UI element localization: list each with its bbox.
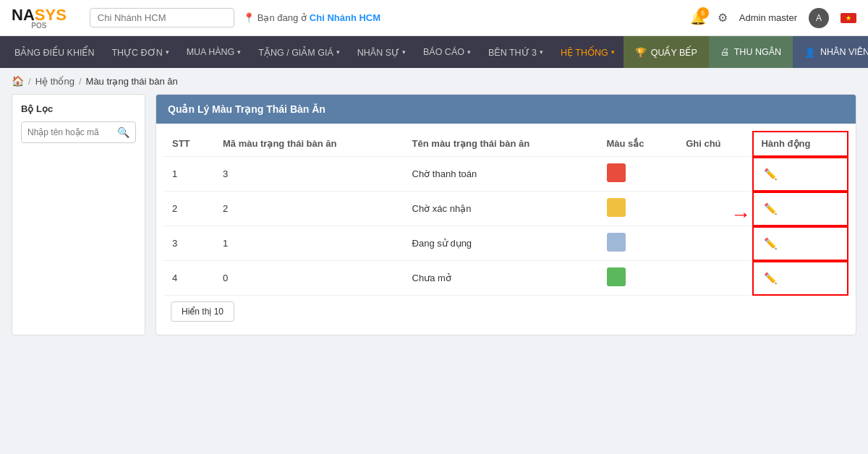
notification-bell[interactable]: 🔔 6 xyxy=(690,10,706,26)
cell-mau xyxy=(598,157,678,192)
content-area: Bộ Lọc 🔍 Quản Lý Màu Trạng Thái Bàn Ăn →… xyxy=(0,94,868,347)
cell-ma: 0 xyxy=(214,261,404,296)
chevron-down-icon: ▾ xyxy=(540,48,543,56)
color-swatch xyxy=(607,198,626,217)
main-section: Quản Lý Màu Trạng Thái Bàn Ăn → STT Mã m… xyxy=(156,94,856,335)
cell-ten: Chưa mở xyxy=(404,261,598,296)
breadcrumb-system[interactable]: Hệ thống xyxy=(35,76,75,87)
breadcrumb: 🏠 / Hệ thống / Màu trạng thái bàn ăn xyxy=(0,68,868,94)
col-header-ma: Mã màu trạng thái bàn ăn xyxy=(214,131,404,157)
edit-button[interactable]: ✏️ xyxy=(761,201,780,217)
avatar[interactable]: A xyxy=(809,8,829,28)
filter-input-wrap: 🔍 xyxy=(21,121,136,143)
cell-stt: 3 xyxy=(163,226,214,261)
cell-mau xyxy=(598,192,678,226)
cell-mau xyxy=(598,226,678,261)
section-header: Quản Lý Màu Trạng Thái Bàn Ăn xyxy=(156,95,856,124)
nav-item-purchase[interactable]: MUA HÀNG ▾ xyxy=(178,36,250,68)
branch-name: Chi Nhánh HCM xyxy=(310,12,380,23)
table-row: 1 3 Chờ thanh toán ✏️ xyxy=(163,157,848,192)
cell-hanh-dong: ✏️ xyxy=(752,157,848,192)
edit-button[interactable]: ✏️ xyxy=(761,236,780,252)
nav-item-menu[interactable]: THỰC ĐƠN ▾ xyxy=(103,36,177,68)
table-row: 3 1 Đang sử dụng ✏️ xyxy=(163,226,848,261)
notification-count: 6 xyxy=(697,7,709,19)
nav-item-staff[interactable]: NHÂN SỰ ▾ xyxy=(349,36,414,68)
col-header-stt: STT xyxy=(163,131,214,157)
nav-item-system[interactable]: HỆ THỐNG ▾ xyxy=(552,36,624,68)
cashier-button[interactable]: 🖨 THU NGÂN xyxy=(709,36,793,68)
col-header-mau: Màu sắc xyxy=(598,131,678,157)
nav-item-dashboard[interactable]: BẢNG ĐIỀU KHIỂN xyxy=(6,36,103,68)
col-header-ghi-chu: Ghi chú xyxy=(677,131,752,157)
employee-button[interactable]: 👤 NHÂN VIÊN xyxy=(793,36,868,68)
edit-button[interactable]: ✏️ xyxy=(761,166,780,182)
kitchen-button[interactable]: 🏆 QUẦY BẾP xyxy=(624,36,709,68)
admin-label: Admin master xyxy=(739,12,797,23)
top-bar-right: 🔔 6 ⚙ Admin master A xyxy=(690,8,856,28)
chevron-down-icon: ▾ xyxy=(402,48,406,56)
cell-ma: 2 xyxy=(214,192,404,226)
cell-hanh-dong: ✏️ xyxy=(752,192,848,226)
cell-ghi-chu xyxy=(677,157,752,192)
breadcrumb-current: Màu trạng thái bàn ăn xyxy=(86,76,178,87)
filter-title: Bộ Lọc xyxy=(21,103,136,114)
color-swatch xyxy=(607,233,626,252)
flag-icon xyxy=(841,13,856,23)
gear-icon[interactable]: ⚙ xyxy=(718,11,728,25)
cell-hanh-dong: ✏️ xyxy=(752,261,848,296)
table-row: 2 2 Chờ xác nhận ✏️ xyxy=(163,192,848,226)
home-icon[interactable]: 🏠 xyxy=(12,75,24,87)
cell-stt: 4 xyxy=(163,261,214,296)
trophy-icon: 🏆 xyxy=(635,47,647,58)
edit-button[interactable]: ✏️ xyxy=(761,270,780,286)
logo: NASYS POS xyxy=(12,6,67,30)
cell-ghi-chu xyxy=(677,192,752,226)
cell-hanh-dong: ✏️ xyxy=(752,226,848,261)
map-pin-icon: 📍 xyxy=(243,12,255,23)
section-title: Quản Lý Màu Trạng Thái Bàn Ăn xyxy=(168,103,326,115)
col-header-hanh-dong: Hành động xyxy=(752,131,848,157)
top-bar: NASYS POS 📍 Bạn đang ở Chi Nhánh HCM 🔔 6… xyxy=(0,0,868,36)
filter-input[interactable] xyxy=(22,123,111,142)
status-table: STT Mã màu trạng thái bàn ăn Tên màu trạ… xyxy=(163,131,848,296)
location-prefix: Bạn đang ở xyxy=(258,12,307,23)
chevron-down-icon: ▾ xyxy=(467,48,471,56)
chevron-down-icon: ▾ xyxy=(611,48,615,56)
chevron-down-icon: ▾ xyxy=(237,48,241,56)
breadcrumb-sep: / xyxy=(79,76,82,87)
cell-stt: 1 xyxy=(163,157,214,192)
cell-ten: Chờ xác nhận xyxy=(404,192,598,226)
col-header-ten: Tên màu trạng thái bàn ăn xyxy=(404,131,598,157)
cell-ghi-chu xyxy=(677,261,752,296)
show-more-button[interactable]: Hiển thị 10 xyxy=(171,301,234,322)
cell-ghi-chu xyxy=(677,226,752,261)
printer-icon: 🖨 xyxy=(720,47,730,57)
chevron-down-icon: ▾ xyxy=(166,48,169,56)
main-nav: BẢNG ĐIỀU KHIỂN THỰC ĐƠN ▾ MUA HÀNG ▾ TẶ… xyxy=(0,36,868,68)
nav-item-discount[interactable]: TẶNG / GIẢM GIÁ ▾ xyxy=(250,36,348,68)
breadcrumb-sep: / xyxy=(28,76,31,87)
table-row: 4 0 Chưa mở ✏️ xyxy=(163,261,848,296)
cell-mau xyxy=(598,261,678,296)
nav-right-buttons: 🏆 QUẦY BẾP 🖨 THU NGÂN 👤 NHÂN VIÊN xyxy=(624,36,868,68)
cell-ten: Chờ thanh toán xyxy=(404,157,598,192)
sidebar-filter: Bộ Lọc 🔍 xyxy=(12,94,145,335)
nav-item-report[interactable]: BÁO CÁO ▾ xyxy=(414,36,480,68)
filter-search-button[interactable]: 🔍 xyxy=(111,122,135,142)
branch-search-input[interactable] xyxy=(90,8,234,27)
cell-ma: 3 xyxy=(214,157,404,192)
color-swatch xyxy=(607,267,626,286)
table-wrap: → STT Mã màu trạng thái bàn ăn Tên màu t… xyxy=(156,124,856,335)
cell-stt: 2 xyxy=(163,192,214,226)
person-icon: 👤 xyxy=(804,47,816,58)
chevron-down-icon: ▾ xyxy=(336,48,340,56)
cell-ma: 1 xyxy=(214,226,404,261)
color-swatch xyxy=(607,163,626,182)
location-info: 📍 Bạn đang ở Chi Nhánh HCM xyxy=(243,12,380,23)
nav-item-third-party[interactable]: BÊN THỨ 3 ▾ xyxy=(480,36,552,68)
cell-ten: Đang sử dụng xyxy=(404,226,598,261)
